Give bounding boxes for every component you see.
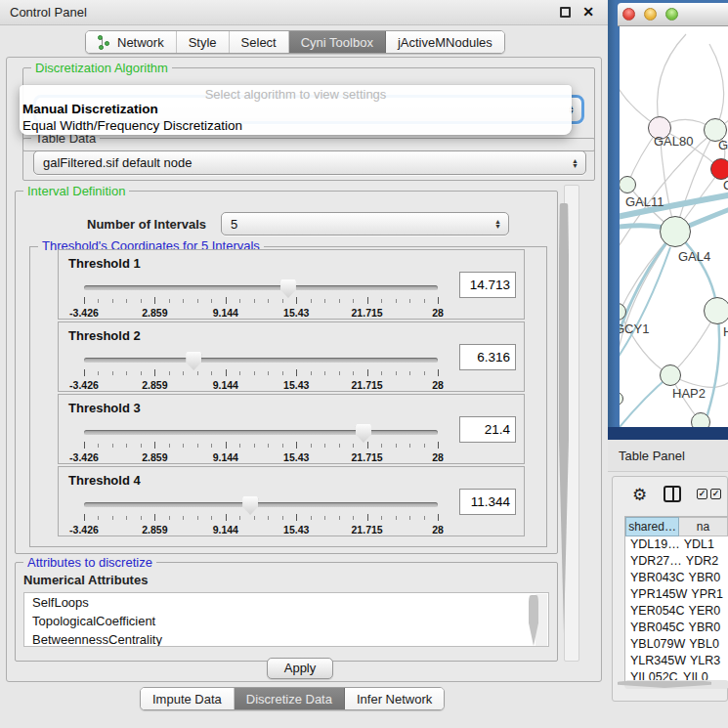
network-canvas[interactable]: GAL80GALCGAL11GAL4GCY1HHAP2 — [620, 26, 728, 427]
slider-thumb[interactable] — [242, 496, 258, 515]
table-cell: YLR345W — [625, 653, 686, 669]
node-label: GAL4 — [678, 249, 710, 264]
float-window-icon[interactable] — [560, 7, 571, 18]
threshold-value-field[interactable]: 14.713 — [459, 272, 516, 298]
scrollbar-thumb[interactable] — [559, 203, 569, 633]
checkbox-icon[interactable]: ✓ — [697, 489, 707, 499]
dropdown-option-equal-width[interactable]: Equal Width/Frequency Discretization — [20, 117, 572, 134]
attribute-items: SelfLoopsTopologicalCoefficientBetweenne… — [24, 593, 548, 647]
slider-thumb[interactable] — [280, 279, 296, 298]
threshold-slider[interactable]: -3.4262.8599.14415.4321.71528 — [84, 279, 438, 317]
tab-label: Impute Data — [152, 692, 222, 707]
panel-title: Control Panel — [10, 5, 87, 20]
group-title: Interval Definition — [23, 184, 129, 198]
table-panel-title: Table Panel — [619, 449, 685, 463]
threshold-slider[interactable]: -3.4262.8599.14415.4321.71528 — [84, 352, 438, 389]
tab-label: Cyni Toolbox — [301, 35, 373, 50]
settings-scrollbar[interactable] — [564, 185, 579, 662]
attribute-item[interactable]: BetweennessCentrality — [24, 630, 548, 647]
table-cell: YDL19… — [625, 536, 680, 553]
table-row[interactable]: YER054CYER0 — [625, 603, 728, 620]
control-panel-titlebar: Control Panel ✕ — [0, 0, 608, 25]
threshold-value-field[interactable]: 21.4 — [459, 416, 516, 443]
node-h[interactable] — [704, 297, 728, 324]
threshold-slider[interactable]: -3.4262.8599.14415.4321.71528 — [84, 496, 438, 534]
table-cell: YBR043C — [625, 570, 685, 586]
gear-icon[interactable]: ⚙ — [632, 485, 647, 505]
table-row[interactable]: YPR145WYPR1 — [625, 586, 728, 603]
node-hap2[interactable] — [660, 364, 681, 386]
threshold-label: Threshold 3 — [68, 401, 141, 415]
node-label: H — [723, 324, 728, 339]
table-row[interactable]: YDR27…YDR2 — [625, 553, 728, 570]
slider-thumb[interactable] — [356, 424, 371, 443]
tab-cyni-toolbox[interactable]: Cyni Toolbox — [289, 31, 386, 53]
minimize-traffic-icon[interactable] — [644, 8, 657, 21]
column-header-name[interactable]: na — [679, 517, 728, 536]
table-rows: YDL19…YDL1YDR27…YDR2YBR043CYBR0YPR145WYP… — [625, 536, 728, 682]
table-row[interactable]: YDL19…YDL1 — [625, 536, 728, 553]
node-c[interactable] — [710, 158, 728, 180]
node-label: GCY1 — [620, 321, 649, 336]
dropdown-option-manual[interactable]: Manual Discretization — [20, 101, 572, 117]
table-row[interactable]: YLR345WYLR3 — [625, 653, 728, 669]
scrollbar-thumb[interactable] — [618, 681, 711, 688]
slider-track[interactable] — [84, 502, 438, 507]
zoom-traffic-icon[interactable] — [665, 8, 678, 21]
threshold-slider[interactable]: -3.4262.8599.14415.4321.71528 — [84, 424, 438, 461]
slider-track[interactable] — [84, 285, 438, 290]
top-tabbar: NetworkStyleSelectCyni ToolboxjActiveMNo… — [85, 30, 505, 54]
tab-select[interactable]: Select — [230, 31, 289, 53]
slider-ticks — [84, 369, 438, 378]
checkbox-icon[interactable]: ✓ — [710, 489, 721, 499]
network-view-window[interactable]: GAL80GALCGAL11GAL4GCY1HHAP2 — [608, 0, 728, 440]
tab-network[interactable]: Network — [86, 31, 177, 53]
tab-discretize-data[interactable]: Discretize Data — [235, 688, 345, 709]
table-cell: YER0 — [685, 603, 728, 620]
table-data-value: galFiltered.sif default node — [43, 155, 192, 170]
tab-label: Style — [189, 35, 217, 50]
tab-label: Select — [241, 35, 277, 50]
close-icon[interactable]: ✕ — [582, 4, 594, 20]
threshold-label: Threshold 2 — [68, 328, 141, 343]
table-row[interactable]: YBR043CYBR0 — [625, 570, 728, 586]
node[interactable] — [691, 412, 710, 427]
tab-impute-data[interactable]: Impute Data — [141, 688, 235, 709]
tab-label: jActiveMNodules — [398, 35, 492, 50]
group-title: Attributes to discretize — [23, 555, 156, 570]
threshold-panel: Threshold 4 -3.4262.8599.14415.4321.7152… — [58, 466, 525, 536]
threshold-panel: Threshold 2 -3.4262.8599.14415.4321.7152… — [58, 321, 525, 392]
tab-infer-network[interactable]: Infer Network — [345, 688, 444, 709]
app-root: Control Panel ✕ NetworkStyleSelectCyni T… — [0, 0, 728, 728]
tab-label: Discretize Data — [246, 692, 332, 707]
table-data-combobox[interactable]: galFiltered.sif default node ▲▼ — [33, 150, 586, 175]
slider-thumb[interactable] — [186, 352, 201, 370]
slider-track[interactable] — [84, 358, 438, 363]
table-row[interactable]: YBL079WYBL0 — [625, 636, 728, 653]
close-traffic-icon[interactable] — [622, 8, 635, 21]
apply-button[interactable]: Apply — [267, 658, 333, 679]
tab-jactivemnodules[interactable]: jActiveMNodules — [386, 31, 504, 53]
tab-style[interactable]: Style — [177, 31, 230, 53]
numerical-attributes-list[interactable]: SelfLoopsTopologicalCoefficientBetweenne… — [23, 592, 549, 647]
slider-ticks — [84, 297, 438, 306]
threshold-value-field[interactable]: 6.316 — [459, 344, 516, 370]
algorithm-dropdown-popup: Select algorithm to view settings Manual… — [20, 85, 572, 135]
node-gal4[interactable] — [660, 216, 691, 247]
num-intervals-combobox[interactable]: 5 ▲▼ — [221, 212, 509, 236]
tab-label: Network — [117, 35, 164, 50]
network-window-titlebar[interactable] — [618, 3, 728, 26]
split-columns-icon[interactable] — [664, 486, 681, 502]
list-scrollbar[interactable] — [535, 594, 547, 647]
column-header-shared-name[interactable]: shared… — [625, 517, 679, 536]
attribute-item[interactable]: SelfLoops — [24, 593, 548, 612]
table-row[interactable]: YBR045CYBR0 — [625, 620, 728, 636]
attribute-item[interactable]: TopologicalCoefficient — [24, 612, 548, 630]
slider-track[interactable] — [84, 430, 438, 435]
slider-ticks — [84, 514, 438, 523]
threshold-value-field[interactable]: 11.344 — [459, 489, 516, 515]
node-table[interactable]: shared… na YDL19…YDL1YDR27…YDR2YBR043CYB… — [624, 516, 728, 682]
table-horizontal-scrollbar[interactable] — [624, 680, 728, 689]
network-icon — [98, 35, 111, 50]
num-intervals-value: 5 — [231, 217, 237, 232]
